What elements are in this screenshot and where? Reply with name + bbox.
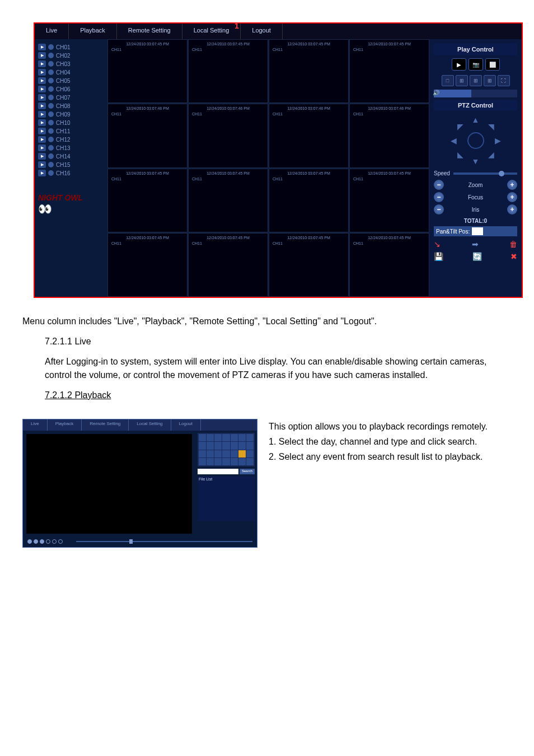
focus-minus-button[interactable]: −	[434, 192, 444, 202]
speed-slider[interactable]	[453, 172, 517, 175]
play-icon[interactable]: ▶	[38, 44, 46, 50]
menu-live[interactable]: Live	[35, 24, 69, 39]
video-cell[interactable]: 12/24/2010 03:07:45 PMCH11	[188, 169, 268, 232]
play-icon[interactable]: ▶	[38, 144, 46, 151]
play-icon[interactable]: ▶	[38, 94, 46, 101]
play-icon[interactable]: ▶	[38, 170, 46, 176]
play-icon[interactable]: ▶	[38, 102, 46, 109]
video-cell[interactable]: 12/24/2010 03:07:45 PMCH11	[269, 169, 349, 232]
play-icon[interactable]: ▶	[38, 111, 46, 118]
play-icon[interactable]: ▶	[38, 128, 46, 134]
video-cell[interactable]: 12/24/2010 03:07:45 PMCH11	[349, 233, 429, 297]
video-cell[interactable]: 12/24/2010 03:07:45 PMCH11	[107, 233, 188, 297]
play-icon[interactable]: ▶	[38, 136, 46, 143]
play-icon[interactable]: ▶	[38, 69, 46, 76]
record-icon[interactable]	[48, 162, 54, 167]
video-cell[interactable]: 12/24/2010 03:07:46 PMCH11	[269, 104, 349, 167]
record-icon[interactable]	[48, 137, 54, 142]
record-icon[interactable]	[48, 86, 54, 92]
play-icon[interactable]: ▶	[38, 161, 46, 168]
video-cell[interactable]: 12/24/2010 03:07:45 PMCH11	[188, 233, 268, 297]
iris-plus-button[interactable]: +	[507, 204, 517, 214]
ptz-center-button[interactable]	[467, 132, 484, 149]
video-cell[interactable]: 12/24/2010 03:07:45 PMCH11	[107, 39, 188, 103]
channel-row[interactable]: ▶CH12	[38, 136, 104, 143]
layout-4-button[interactable]: ⊞	[456, 75, 468, 86]
video-cell[interactable]: 12/24/2010 03:07:46 PMCH11	[349, 104, 429, 167]
channel-row[interactable]: ▶CH13	[38, 144, 104, 151]
channel-row[interactable]: ▶CH16	[38, 170, 104, 176]
record-icon[interactable]	[48, 120, 54, 125]
layout-9-button[interactable]: ⊞	[470, 75, 482, 86]
ptz-downleft-button[interactable]: ◣	[457, 150, 463, 159]
menu-logout[interactable]: Logout	[241, 24, 283, 39]
video-cell[interactable]: 12/24/2010 03:07:45 PMCH11	[349, 169, 429, 232]
channel-row[interactable]: ▶CH04	[38, 69, 104, 76]
record-icon[interactable]	[48, 128, 54, 134]
record-icon[interactable]	[48, 69, 54, 75]
video-cell[interactable]: 12/24/2010 03:07:45 PMCH11	[188, 39, 268, 103]
record-icon[interactable]	[48, 61, 54, 67]
record-icon[interactable]	[48, 111, 54, 117]
video-cell[interactable]: 12/24/2010 03:07:45 PMCH11	[107, 169, 188, 232]
video-cell[interactable]: 12/24/2010 03:07:45 PMCH11	[269, 39, 349, 103]
channel-row[interactable]: ▶CH06	[38, 86, 104, 92]
video-cell[interactable]: 12/24/2010 03:07:46 PMCH11	[107, 104, 188, 167]
layout-16-button[interactable]: ⊞	[484, 75, 496, 86]
record-icon[interactable]	[48, 103, 54, 109]
channel-row[interactable]: ▶CH14	[38, 153, 104, 160]
play-icon[interactable]: ▶	[38, 153, 46, 160]
menu-local-setting[interactable]: Local Setting	[182, 24, 241, 39]
channel-row[interactable]: ▶CH01	[38, 44, 104, 50]
zoom-minus-button[interactable]: −	[434, 180, 444, 190]
save-icon[interactable]: 💾	[434, 252, 443, 261]
record-button[interactable]: ⬜	[485, 58, 500, 71]
fullscreen-button[interactable]: ⛶	[498, 75, 510, 86]
refresh-icon[interactable]: 🔄	[472, 252, 482, 261]
channel-row[interactable]: ▶CH02	[38, 52, 104, 59]
play-icon[interactable]: ▶	[38, 86, 46, 92]
record-icon[interactable]	[48, 153, 54, 159]
record-icon[interactable]	[48, 170, 54, 176]
play-icon[interactable]: ▶	[38, 119, 46, 126]
record-icon[interactable]	[48, 53, 54, 58]
record-icon[interactable]	[48, 145, 54, 151]
channel-row[interactable]: ▶CH05	[38, 77, 104, 84]
ptz-right-button[interactable]: ▶	[495, 136, 501, 145]
zoom-plus-button[interactable]: +	[507, 180, 517, 190]
channel-row[interactable]: ▶CH09	[38, 111, 104, 118]
ptz-left-button[interactable]: ◀	[451, 136, 457, 145]
ptz-up-button[interactable]: ▲	[472, 115, 480, 124]
menu-playback[interactable]: Playback	[69, 24, 117, 39]
video-cell[interactable]: 12/24/2010 03:07:45 PMCH11	[269, 233, 349, 297]
video-cell[interactable]: 12/24/2010 03:07:45 PMCH11	[349, 39, 429, 103]
ptz-downright-button[interactable]: ◢	[488, 150, 494, 159]
channel-row[interactable]: ▶CH03	[38, 60, 104, 67]
channel-row[interactable]: ▶CH08	[38, 102, 104, 109]
ptz-upleft-button[interactable]: ◤	[457, 122, 463, 131]
focus-plus-button[interactable]: +	[507, 192, 517, 202]
delete-icon[interactable]: 🗑	[509, 240, 517, 249]
layout-1-button[interactable]: □	[442, 75, 454, 86]
ptz-upright-button[interactable]: ◥	[488, 122, 494, 131]
snapshot-button[interactable]: 📷	[469, 58, 483, 71]
play-icon[interactable]: ▶	[38, 77, 46, 84]
record-icon[interactable]	[48, 78, 54, 83]
channel-row[interactable]: ▶CH11	[38, 128, 104, 134]
record-icon[interactable]	[48, 44, 54, 50]
goto-icon[interactable]: ➡	[472, 240, 479, 249]
menu-remote-setting[interactable]: Remote Setting	[117, 24, 182, 39]
channel-row[interactable]: ▶CH15	[38, 161, 104, 168]
ptz-down-button[interactable]: ▼	[472, 157, 480, 166]
play-icon[interactable]: ▶	[38, 52, 46, 59]
channel-row[interactable]: ▶CH10	[38, 119, 104, 126]
video-cell[interactable]: 12/24/2010 03:07:46 PMCH11	[188, 104, 268, 167]
close-icon[interactable]: ✖	[510, 252, 517, 261]
play-icon[interactable]: ▶	[38, 60, 46, 67]
cruise-icon[interactable]: ↘	[434, 240, 441, 249]
record-icon[interactable]	[48, 95, 54, 100]
iris-minus-button[interactable]: −	[434, 204, 444, 214]
volume-slider[interactable]: 🔊	[434, 90, 517, 97]
pantilt-input[interactable]	[472, 227, 483, 235]
channel-row[interactable]: ▶CH07	[38, 94, 104, 101]
